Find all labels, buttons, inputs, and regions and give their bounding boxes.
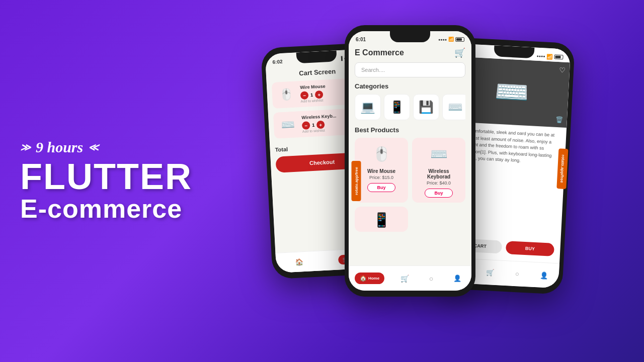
nav-cart-right[interactable]: 🛒 [481, 266, 498, 279]
rotato-banner-center[interactable]: rotato.app/free [352, 161, 361, 201]
phone-center-screen: 6:01 ●●●● 📶 E Commerce 🛒 Search.... [349, 31, 471, 291]
cart-item-2-img: ⌨️ [278, 118, 298, 132]
qty-minus-1[interactable]: − [300, 91, 309, 100]
product-2-buy-button[interactable]: Buy [425, 189, 452, 198]
nav-circle-center[interactable]: ○ [425, 273, 437, 285]
category-laptop-icon: 💻 [360, 100, 375, 114]
center-app-content: E Commerce 🛒 Search.... Categories 💻 📱 [349, 44, 471, 232]
qty-plus-1[interactable]: + [315, 90, 324, 99]
notch-right [494, 45, 534, 58]
trash-icon[interactable]: 🗑️ [555, 116, 564, 124]
app-header: E Commerce 🛒 [355, 44, 465, 62]
notch-center [390, 31, 430, 42]
status-icons-right: ●●●● 📶 [536, 53, 563, 60]
product-1-name: Wire Mouse [367, 168, 395, 174]
qty-num-2: 1 [312, 123, 315, 128]
product-card-2: ⌨️ Wireless Keyborad Price: $40.0 Buy [412, 138, 465, 203]
wifi-icon-right: 📶 [546, 53, 553, 59]
categories-list: 💻 📱 💾 ⌨️ [355, 94, 465, 120]
product-1-buy-button[interactable]: Buy [367, 183, 395, 192]
phone-center: 6:01 ●●●● 📶 E Commerce 🛒 Search.... [345, 25, 475, 297]
product-card-1: 🖱️ Wire Mouse Price: $15.0 Buy [355, 138, 408, 203]
signal-icon-center: ●●●● [438, 38, 447, 41]
signal-icon-left: ▐ [340, 56, 343, 60]
product-1-price: Price: $15.0 [369, 175, 393, 180]
category-keyboard[interactable]: ⌨️ [442, 94, 465, 120]
products-grid: 🖱️ Wire Mouse Price: $15.0 Buy ⌨️ Wirele… [355, 138, 465, 203]
product-3-img: 📱 [366, 212, 396, 228]
total-label: Total [275, 146, 288, 153]
products-grid-2: 📱 [355, 207, 465, 232]
arrow-right-deco: ≪ [88, 141, 99, 153]
signal-icon-right: ●●●● [536, 54, 545, 58]
battery-right [554, 54, 563, 59]
qty-minus-2[interactable]: − [302, 121, 310, 130]
bottom-nav-center: 🏠 Home 🛒 ○ 👤 [349, 265, 471, 291]
qty-plus-2[interactable]: + [316, 121, 325, 129]
category-usb[interactable]: 💾 [413, 94, 439, 120]
cart-item-1-img: 🖱️ [276, 88, 296, 102]
product-2-name: Wireless Keyborad [417, 168, 460, 179]
phones-container: 6:02 ▐ ●●● Cart Screen 🖱️ Wire Mouse − [252, 0, 644, 362]
cart-icon-right: 🛒 [486, 268, 495, 277]
nav-home-center[interactable]: 🏠 Home [355, 273, 384, 284]
product-2-price: Price: $40.0 [427, 180, 451, 186]
category-phone[interactable]: 📱 [384, 94, 410, 120]
product-card-3: 📱 [355, 207, 408, 232]
time-left: 6:02 [272, 58, 283, 64]
nav-user-center[interactable]: 👤 [449, 273, 465, 284]
nav-home-left[interactable]: 🏠 [291, 256, 308, 268]
hours-label: 9 hours [36, 139, 83, 156]
home-icon-center: 🏠 [360, 275, 367, 282]
nav-user-right[interactable]: 👤 [536, 269, 552, 282]
category-usb-icon: 💾 [419, 100, 434, 114]
wifi-icon-center: 📶 [448, 37, 454, 42]
status-icons-center: ●●●● 📶 [438, 37, 464, 42]
nav-circle-right[interactable]: ○ [511, 268, 523, 280]
user-icon-right: 👤 [540, 272, 548, 280]
ecommerce-label: E-commerce [20, 195, 192, 223]
category-keyboard-icon: ⌨️ [448, 100, 463, 114]
best-products-title: Best Products [355, 126, 465, 134]
category-laptop[interactable]: 💻 [355, 94, 381, 120]
cart-icon-header[interactable]: 🛒 [454, 47, 465, 58]
cart-icon-center-nav: 🛒 [400, 275, 409, 283]
time-center: 6:01 [356, 37, 366, 42]
circle-icon-center: ○ [429, 275, 433, 283]
app-title: E Commerce [355, 48, 404, 57]
circle-icon-right: ○ [515, 270, 519, 278]
favorite-icon[interactable]: ♡ [559, 66, 566, 74]
battery-center [455, 37, 464, 42]
rotato-banner-right[interactable]: rotato.app/free [556, 148, 568, 189]
arrow-left-deco: ≫ [20, 141, 31, 153]
user-icon-center: 👤 [453, 275, 461, 282]
search-bar[interactable]: Search.... [355, 62, 465, 77]
product-2-img: ⌨️ [424, 143, 454, 165]
buy-now-button[interactable]: BUY [506, 241, 554, 256]
left-section: ≫ 9 hours ≪ FLUTTER E-commerce [20, 139, 192, 223]
flutter-label: FLUTTER [20, 158, 192, 195]
product-1-img: 🖱️ [366, 143, 396, 165]
category-phone-icon: 📱 [389, 100, 405, 114]
qty-num-1: 1 [310, 93, 313, 98]
categories-title: Categories [355, 82, 465, 90]
nav-cart-center[interactable]: 🛒 [396, 273, 413, 285]
search-placeholder: Search.... [361, 67, 385, 73]
hours-line: ≫ 9 hours ≪ [20, 139, 192, 156]
